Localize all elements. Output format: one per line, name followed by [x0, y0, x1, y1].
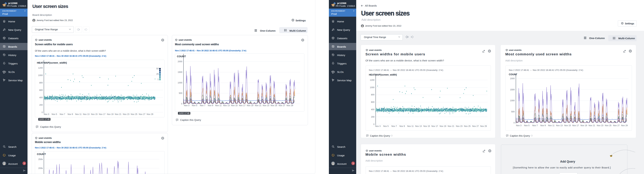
svg-text:0: 0: [42, 111, 43, 114]
svg-text:Nov 25: Nov 25: [464, 125, 470, 127]
svg-text:Nov 5: Nov 5: [524, 124, 530, 127]
svg-text:Nov 23: Nov 23: [456, 125, 462, 127]
svg-text:Nov 19: Nov 19: [247, 104, 254, 107]
svg-text:Nov 3: Nov 3: [516, 124, 522, 127]
svg-text:Nov 3: Nov 3: [44, 113, 49, 115]
svg-text:Nov 27: Nov 27: [472, 125, 479, 127]
svg-text:Nov 9: Nov 9: [400, 125, 405, 127]
svg-text:2000: 2000: [510, 77, 515, 80]
svg-text:200: 200: [39, 104, 43, 106]
svg-text:600: 600: [371, 101, 374, 103]
svg-text:Nov 5: Nov 5: [192, 104, 198, 107]
svg-text:Nov 19: Nov 19: [440, 125, 446, 127]
svg-text:Nov 13: Nov 13: [83, 113, 90, 115]
svg-text:Nov 9: Nov 9: [68, 113, 73, 115]
svg-text:Nov 5: Nov 5: [52, 113, 57, 115]
svg-text:Nov 29: Nov 29: [480, 125, 487, 127]
svg-text:Nov 11: Nov 11: [548, 124, 554, 127]
svg-text:Nov 5: Nov 5: [383, 125, 389, 127]
svg-text:1200: 1200: [370, 79, 374, 81]
svg-text:Nov 7: Nov 7: [532, 124, 538, 127]
svg-text:Nov 29: Nov 29: [286, 104, 293, 107]
svg-text:1: 1: [158, 78, 159, 80]
svg-text:2000: 2000: [178, 60, 182, 63]
svg-text:Nov 9: Nov 9: [208, 104, 213, 107]
svg-text:Nov 25: Nov 25: [605, 124, 612, 127]
svg-text:Nov 15: Nov 15: [91, 113, 98, 115]
svg-text:Nov 21: Nov 21: [588, 124, 595, 127]
svg-text:Nov 3: Nov 3: [375, 125, 381, 127]
svg-text:Nov 9: Nov 9: [540, 124, 546, 127]
svg-text:1000: 1000: [178, 82, 182, 84]
svg-text:0: 0: [514, 122, 515, 124]
svg-text:Nov 13: Nov 13: [415, 125, 422, 127]
svg-text:Nov 13: Nov 13: [223, 104, 230, 107]
svg-text:Nov 15: Nov 15: [564, 124, 571, 127]
svg-text:Nov 7: Nov 7: [60, 113, 65, 115]
svg-text:Nov 11: Nov 11: [75, 113, 82, 115]
svg-text:Nov 29: Nov 29: [621, 124, 628, 127]
svg-text:Nov 23: Nov 23: [263, 104, 269, 107]
svg-text:Nov 29: Nov 29: [146, 113, 153, 115]
svg-text:Nov 19: Nov 19: [107, 113, 114, 115]
svg-text:Nov 3: Nov 3: [184, 104, 190, 107]
svg-text:0: 0: [181, 103, 182, 105]
svg-text:1000: 1000: [370, 86, 374, 89]
svg-text:50: 50: [156, 67, 159, 70]
svg-text:Nov 21: Nov 21: [255, 104, 262, 107]
svg-text:400: 400: [39, 97, 43, 99]
svg-text:Nov 17: Nov 17: [431, 125, 438, 127]
svg-text:Nov 17: Nov 17: [99, 113, 106, 115]
svg-text:1500: 1500: [510, 89, 515, 91]
svg-text:Nov 7: Nov 7: [392, 125, 397, 127]
svg-text:1500: 1500: [178, 71, 182, 73]
svg-text:200k: 200k: [38, 167, 43, 169]
svg-text:Nov 13: Nov 13: [556, 124, 563, 127]
svg-text:Nov 15: Nov 15: [423, 125, 430, 127]
svg-text:Nov 7: Nov 7: [200, 104, 206, 107]
svg-text:Nov 23: Nov 23: [597, 124, 604, 127]
svg-text:Nov 17: Nov 17: [572, 124, 579, 127]
svg-text:400: 400: [371, 108, 374, 111]
svg-text:Nov 11: Nov 11: [407, 125, 414, 127]
svg-text:500: 500: [511, 111, 515, 113]
svg-text:25: 25: [156, 73, 159, 75]
svg-text:Nov 25: Nov 25: [131, 113, 137, 115]
svg-text:Nov 27: Nov 27: [278, 104, 285, 107]
svg-text:Nov 25: Nov 25: [270, 104, 277, 107]
svg-text:Nov 27: Nov 27: [613, 124, 620, 127]
svg-text:1000: 1000: [38, 74, 43, 76]
svg-text:500: 500: [179, 92, 182, 95]
svg-text:800: 800: [39, 82, 43, 84]
svg-text:0: 0: [373, 123, 374, 126]
svg-text:Nov 19: Nov 19: [580, 124, 587, 127]
svg-text:Nov 27: Nov 27: [139, 113, 146, 115]
svg-text:1000: 1000: [510, 100, 515, 102]
svg-text:Nov 21: Nov 21: [448, 125, 454, 127]
svg-text:Nov 17: Nov 17: [239, 104, 246, 107]
svg-text:1200: 1200: [38, 67, 43, 69]
svg-text:250k: 250k: [38, 158, 43, 160]
svg-text:600: 600: [39, 89, 43, 91]
svg-text:Nov 15: Nov 15: [231, 104, 238, 107]
svg-text:Nov 23: Nov 23: [123, 113, 130, 115]
svg-text:Nov 21: Nov 21: [115, 113, 122, 115]
svg-text:200: 200: [371, 116, 374, 118]
svg-text:Nov 11: Nov 11: [215, 104, 222, 107]
svg-text:800: 800: [371, 94, 374, 96]
